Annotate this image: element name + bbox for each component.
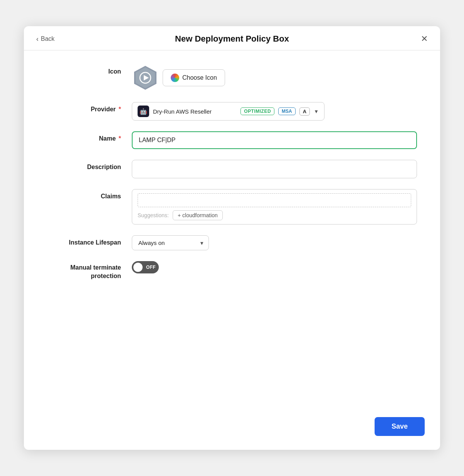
manual-terminate-toggle[interactable]: OFF	[132, 261, 159, 273]
description-label: Description	[47, 160, 132, 171]
toggle-off-label: OFF	[146, 265, 156, 270]
claims-input-area[interactable]	[138, 193, 411, 207]
badge-optimized: OPTIMIZED	[240, 107, 274, 115]
claims-row: Claims Suggestions: + cloudformation	[47, 189, 417, 225]
name-label: Name *	[47, 131, 132, 142]
lifespan-control: Always on 1 hour 4 hours 8 hours Custom …	[132, 235, 417, 250]
description-control	[132, 160, 417, 178]
provider-row: Provider * 🤖 Dry-Run AWS Reseller OPTIMI…	[47, 102, 417, 121]
icon-label: Icon	[47, 64, 132, 75]
icon-row: Icon Choose Icon	[47, 64, 417, 91]
dialog-body: Icon Choose Icon Provide	[24, 50, 440, 409]
name-row: Name *	[47, 131, 417, 149]
provider-required: *	[119, 106, 121, 112]
back-chevron-icon: ‹	[36, 35, 39, 43]
provider-name: Dry-Run AWS Reseller	[153, 108, 237, 115]
provider-emoji: 🤖	[138, 106, 149, 117]
provider-box[interactable]: 🤖 Dry-Run AWS Reseller OPTIMIZED MSA A ▼	[132, 102, 324, 121]
badge-letter: A	[299, 107, 310, 116]
dialog: ‹ Back New Deployment Policy Box ✕ Icon	[24, 26, 440, 450]
provider-label: Provider *	[47, 102, 132, 113]
lifespan-row: Instance Lifespan Always on 1 hour 4 hou…	[47, 235, 417, 250]
color-circle-icon	[171, 74, 179, 82]
manual-terminate-control: OFF	[132, 261, 417, 273]
provider-dropdown-arrow-icon[interactable]: ▼	[314, 109, 319, 114]
cloudformation-tag[interactable]: + cloudformation	[173, 210, 223, 220]
close-icon: ✕	[421, 34, 428, 44]
choose-icon-button[interactable]: Choose Icon	[163, 69, 225, 86]
choose-icon-label: Choose Icon	[182, 74, 217, 81]
manual-terminate-label: Manual terminate protection	[47, 261, 132, 281]
manual-terminate-row: Manual terminate protection OFF	[47, 261, 417, 281]
name-required: *	[119, 135, 121, 142]
name-control	[132, 131, 417, 149]
toggle-knob	[133, 263, 143, 272]
save-button[interactable]: Save	[375, 417, 425, 436]
hex-icon	[132, 64, 159, 91]
name-input[interactable]	[132, 131, 417, 149]
back-button[interactable]: ‹ Back	[36, 35, 55, 43]
lifespan-select[interactable]: Always on 1 hour 4 hours 8 hours Custom	[132, 235, 209, 250]
suggestions-label: Suggestions:	[138, 212, 169, 218]
back-label: Back	[41, 35, 55, 42]
claims-suggestions: Suggestions: + cloudformation	[138, 210, 411, 220]
description-row: Description	[47, 160, 417, 178]
dialog-header: ‹ Back New Deployment Policy Box ✕	[24, 26, 440, 50]
close-button[interactable]: ✕	[421, 35, 428, 43]
claims-control: Suggestions: + cloudformation	[132, 189, 417, 225]
icon-control: Choose Icon	[132, 64, 417, 91]
dialog-footer: Save	[24, 409, 440, 450]
lifespan-wrapper: Always on 1 hour 4 hours 8 hours Custom …	[132, 235, 209, 250]
provider-control: 🤖 Dry-Run AWS Reseller OPTIMIZED MSA A ▼	[132, 102, 417, 121]
dialog-title: New Deployment Policy Box	[175, 34, 289, 44]
lifespan-label: Instance Lifespan	[47, 235, 132, 246]
claims-label: Claims	[47, 189, 132, 200]
badge-msa: MSA	[278, 107, 296, 115]
description-input[interactable]	[132, 160, 417, 178]
claims-box: Suggestions: + cloudformation	[132, 189, 417, 225]
